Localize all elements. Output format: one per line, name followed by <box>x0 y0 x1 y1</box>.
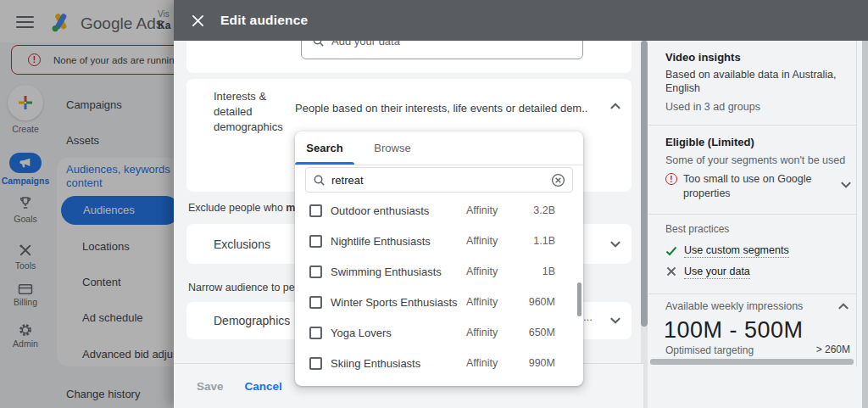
divider <box>648 125 856 126</box>
video-insights-usage: Used in 3 ad groups <box>665 101 760 113</box>
list-item[interactable]: Winter Sports Enthusiasts Affinity 960M <box>295 287 583 317</box>
segment-searchbox[interactable] <box>305 167 573 193</box>
result-checkbox[interactable] <box>309 204 322 217</box>
result-type: Affinity <box>466 204 515 216</box>
result-size: 650M <box>515 327 555 338</box>
best-practice-your-data-link[interactable]: Use your data <box>684 265 750 279</box>
result-checkbox[interactable] <box>309 235 322 248</box>
result-type: Affinity <box>466 357 515 369</box>
optimised-targeting-label: Optimised targeting <box>665 344 754 356</box>
panel-horizontal-scrollbar[interactable] <box>650 359 854 365</box>
result-type: Affinity <box>466 235 515 247</box>
list-item[interactable]: Swimming Enthusiasts Affinity 1B <box>295 256 583 287</box>
result-size: 960M <box>515 296 555 308</box>
divider <box>648 214 856 215</box>
segment-results-list: Outdoor enthusiasts Affinity 3.2B Nightl… <box>295 195 583 378</box>
cancel-button[interactable]: Cancel <box>245 380 282 393</box>
modal-header: Edit audience <box>174 0 868 41</box>
warning-icon: ! <box>665 173 677 185</box>
picker-tabs: Search Browse <box>295 131 583 165</box>
divider <box>648 293 856 294</box>
optimised-targeting-value: > 260M <box>784 344 850 355</box>
result-name: Yoga Lovers <box>331 327 466 339</box>
result-checkbox[interactable] <box>309 265 322 278</box>
list-item[interactable]: Yoga Lovers Affinity 650M <box>295 317 583 348</box>
save-button[interactable]: Save <box>197 380 224 393</box>
modal-scrollbar-thumb[interactable] <box>641 41 648 327</box>
result-type: Affinity <box>466 327 515 338</box>
tab-browse[interactable]: Browse <box>354 131 431 165</box>
segment-search-input[interactable] <box>331 174 545 187</box>
cross-icon <box>666 266 676 277</box>
best-practice-custom-segments-link[interactable]: Use custom segments <box>684 244 789 258</box>
result-name: Outdoor enthusiasts <box>331 204 466 217</box>
search-icon <box>313 174 326 187</box>
best-practices-title: Best practices <box>665 223 729 235</box>
eligibility-subtitle: Some of your segments won't be used <box>665 154 845 166</box>
check-icon <box>665 246 677 256</box>
demographics-truncated-text: ... <box>583 310 593 323</box>
chevron-up-icon[interactable] <box>609 99 622 113</box>
chevron-up-icon[interactable] <box>837 299 850 313</box>
result-size: 3.2B <box>515 204 555 216</box>
close-icon[interactable] <box>192 14 204 27</box>
edit-audience-modal: Interests & detailed demographics People… <box>174 0 868 408</box>
panel-vertical-scrollbar[interactable] <box>862 41 868 408</box>
result-size: 1B <box>515 265 555 277</box>
dropdown-scrollbar[interactable] <box>577 282 581 316</box>
result-checkbox[interactable] <box>309 357 322 370</box>
impressions-title: Available weekly impressions <box>665 300 803 312</box>
exclusions-label: Exclusions <box>214 224 270 264</box>
eligibility-warning[interactable]: Too small to use on Googleproperties <box>683 172 811 201</box>
interests-description: People based on their interests, life ev… <box>295 102 587 115</box>
chevron-down-icon[interactable] <box>839 178 853 192</box>
tab-search[interactable]: Search <box>295 131 354 165</box>
clear-search-icon[interactable] <box>551 173 565 187</box>
eligibility-title: Eligible (Limited) <box>665 136 754 148</box>
list-item[interactable]: Outdoor enthusiasts Affinity 3.2B <box>295 195 583 226</box>
chevron-down-icon[interactable] <box>609 238 622 251</box>
result-checkbox[interactable] <box>309 327 322 339</box>
video-insights-title: Video insights <box>665 51 741 64</box>
chevron-down-icon[interactable] <box>609 314 622 327</box>
result-type: Affinity <box>466 296 515 308</box>
result-type: Affinity <box>466 265 515 277</box>
result-checkbox[interactable] <box>309 296 322 309</box>
interests-label: Interests & detailed demographics <box>214 89 298 135</box>
result-name: Swimming Enthusiasts <box>331 265 466 278</box>
result-name: Nightlife Enthusiasts <box>331 235 466 248</box>
modal-title: Edit audience <box>220 13 308 28</box>
list-item[interactable]: Nightlife Enthusiasts Affinity 1.1B <box>295 226 583 256</box>
video-insights-subtitle: Based on available data in Australia,Eng… <box>665 68 837 95</box>
segment-picker-dropdown: Search Browse Outdoor enthusiasts Affini… <box>295 131 583 386</box>
result-size: 990M <box>515 357 555 369</box>
result-name: Winter Sports Enthusiasts <box>331 296 466 309</box>
list-item[interactable]: Skiing Enthusiasts Affinity 990M <box>295 348 583 378</box>
impressions-range: 100M - 500M <box>664 317 804 344</box>
demographics-label: Demographics <box>214 302 290 339</box>
result-size: 1.1B <box>515 235 555 247</box>
divider <box>856 41 857 366</box>
screen: Google Ads Vis Ka ! None of your ads are… <box>0 0 868 408</box>
result-name: Skiing Enthusiasts <box>331 357 466 370</box>
